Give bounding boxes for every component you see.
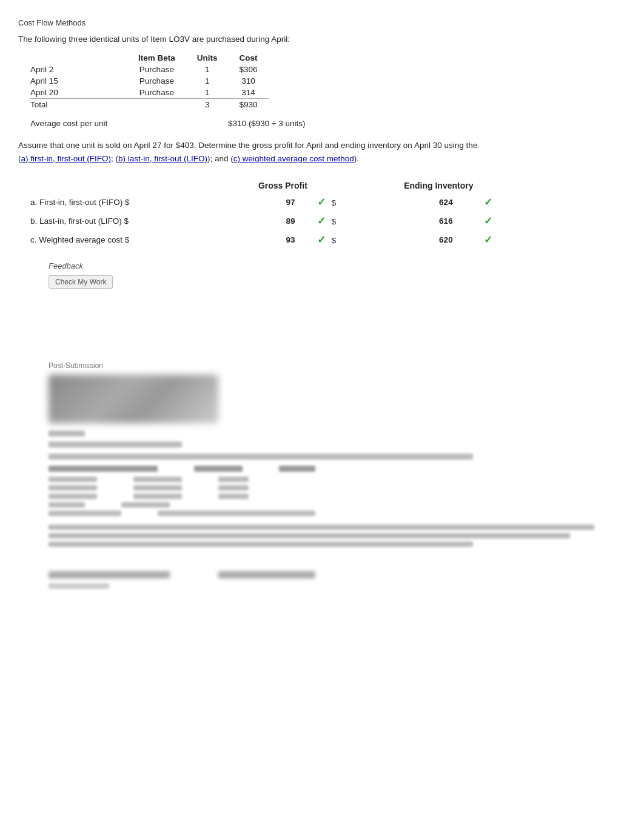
check-my-work-button[interactable]: Check My Work <box>49 275 113 289</box>
purchase-table: Item Beta Units Cost April 2 Purchase 1 … <box>30 52 269 110</box>
blurred-bottom <box>49 571 626 589</box>
total-row: Total 3 $930 <box>30 99 269 111</box>
ei-value-fifo: 624 <box>356 193 455 212</box>
table-row: April 15 Purchase 1 310 <box>30 75 269 87</box>
post-submission-section: Post-Submission <box>49 361 626 589</box>
gp-value-lifo: 89 <box>210 212 297 230</box>
dollar-sign-fifo: $ <box>332 198 337 207</box>
gp-value-wac: 93 <box>210 230 297 249</box>
answer-row-lifo: b. Last-in, first-out (LIFO) $ 89 ✓ $ 61… <box>24 212 522 230</box>
col-ending-inventory-header: Ending Inventory <box>356 178 522 193</box>
total-type-empty <box>127 99 186 111</box>
col-header-empty <box>30 52 127 64</box>
ei-check-lifo: ✓ <box>455 212 522 230</box>
row-units-2: 1 <box>186 75 229 87</box>
ei-check-fifo: ✓ <box>455 193 522 212</box>
problem-text-part1: Assume that one unit is sold on April 27… <box>18 141 477 150</box>
blurred-text-block-2 <box>49 454 626 460</box>
method-wac: c. Weighted average cost $ <box>24 230 210 249</box>
blurred-paragraph <box>49 525 626 547</box>
table-row: April 20 Purchase 1 314 <box>30 87 269 99</box>
row-date-2: April 15 <box>30 75 127 87</box>
col-header-units: Units <box>186 52 229 64</box>
row-type-1: Purchase <box>127 64 186 75</box>
gp-check-fifo: ✓ $ <box>297 193 355 212</box>
table-row: April 2 Purchase 1 $306 <box>30 64 269 75</box>
answer-row-wac: c. Weighted average cost $ 93 ✓ $ 620 ✓ <box>24 230 522 249</box>
col-gross-profit-header: Gross Profit <box>210 178 356 193</box>
intro-text: The following three identical units of I… <box>18 35 626 44</box>
link-fifo[interactable]: a) first-in, first-out (FIFO) <box>21 154 112 163</box>
col-method-header <box>24 178 210 193</box>
answer-row-fifo: a. First-in, first-out (FIFO) $ 97 ✓ $ 6… <box>24 193 522 212</box>
answer-table: Gross Profit Ending Inventory a. First-i… <box>24 178 522 249</box>
dollar-sign-lifo: $ <box>332 217 337 226</box>
row-units-1: 1 <box>186 64 229 75</box>
post-submission-label: Post-Submission <box>49 361 626 370</box>
col-header-item-beta: Item Beta <box>127 52 186 64</box>
feedback-label: Feedback <box>49 261 626 270</box>
ei-value-lifo: 616 <box>356 212 455 230</box>
blurred-table-rows <box>49 477 626 516</box>
col-header-cost: Cost <box>229 52 269 64</box>
problem-text-links: (a) first-in, first-out (FIFO); (b) last… <box>18 154 359 163</box>
row-type-3: Purchase <box>127 87 186 99</box>
avg-cost-value: $310 ($930 ÷ 3 units) <box>228 119 306 128</box>
gp-check-lifo: ✓ $ <box>297 212 355 230</box>
row-cost-3: 314 <box>229 87 269 99</box>
blurred-text-block-1 <box>49 431 626 448</box>
avg-cost-row: Average cost per unit $310 ($930 ÷ 3 uni… <box>30 119 626 128</box>
gp-check-wac: ✓ $ <box>297 230 355 249</box>
blurred-table-header <box>49 466 626 472</box>
dollar-sign-wac: $ <box>332 236 337 245</box>
avg-cost-label: Average cost per unit <box>30 119 206 128</box>
row-units-3: 1 <box>186 87 229 99</box>
total-cost: $930 <box>229 99 269 111</box>
section-title: Cost Flow Methods <box>18 18 626 27</box>
row-type-2: Purchase <box>127 75 186 87</box>
gp-value-fifo: 97 <box>210 193 297 212</box>
link-wac[interactable]: c) weighted average cost method <box>233 154 354 163</box>
feedback-section: Feedback Check My Work <box>49 261 626 289</box>
method-fifo: a. First-in, first-out (FIFO) $ <box>24 193 210 212</box>
method-lifo: b. Last-in, first-out (LIFO) $ <box>24 212 210 230</box>
total-label: Total <box>30 99 127 111</box>
row-cost-2: 310 <box>229 75 269 87</box>
row-date-1: April 2 <box>30 64 127 75</box>
row-cost-1: $306 <box>229 64 269 75</box>
problem-text: Assume that one unit is sold on April 27… <box>18 139 612 165</box>
ei-check-wac: ✓ <box>455 230 522 249</box>
blurred-image <box>49 375 218 423</box>
link-lifo[interactable]: b) last-in, first-out (LIFO) <box>118 154 207 163</box>
row-date-3: April 20 <box>30 87 127 99</box>
total-units: 3 <box>186 99 229 111</box>
ei-value-wac: 620 <box>356 230 455 249</box>
